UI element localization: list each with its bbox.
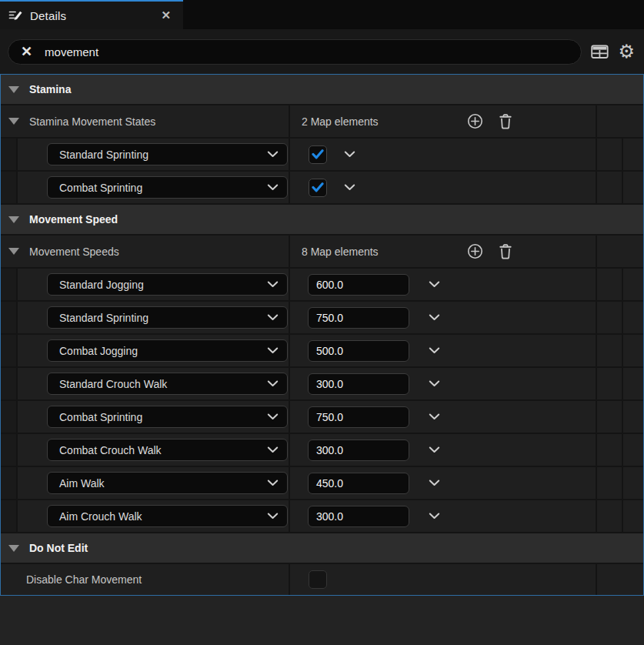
row-extension-cell [596,368,643,399]
expander-arrow-icon[interactable] [8,86,19,93]
search-value[interactable]: movement [45,45,98,58]
expander-arrow-icon[interactable] [8,545,19,552]
row-extension-cell [596,105,643,137]
number-input[interactable]: 300.0 [308,373,409,395]
expander-arrow-icon[interactable] [8,118,19,125]
indent-rail [1,401,18,433]
entry-key-cell: Standard Sprinting [18,302,289,333]
category-header-movement-speed[interactable]: Movement Speed [1,205,643,236]
category-header-stamina[interactable]: Stamina [1,75,643,105]
map-actions [467,243,512,259]
indent-rail [1,368,18,399]
property-name-cell: Movement Speeds [1,236,289,267]
expand-value-chevron-icon[interactable] [429,446,440,453]
property-label: Disable Char Movement [26,573,142,586]
map-entry-row: Combat Sprinting750.0 [1,401,643,434]
row-extension-cell [596,434,643,466]
entry-value-cell: 300.0 [289,500,596,532]
expander-arrow-icon[interactable] [8,216,19,223]
expand-value-chevron-icon[interactable] [429,281,440,288]
category-label: Movement Speed [29,213,118,226]
expand-value-chevron-icon[interactable] [429,480,440,486]
settings-gear-icon[interactable]: ⚙ [618,42,635,61]
number-value: 750.0 [316,411,343,423]
property-value-cell [289,564,596,595]
row-extension-cell [596,564,643,595]
entry-value-cell: 600.0 [289,269,596,300]
indent-rail [1,434,18,466]
property-name-cell: Disable Char Movement [1,564,289,595]
category-label: Do Not Edit [29,542,88,554]
enum-dropdown-value: Standard Jogging [59,279,144,291]
expand-value-chevron-icon[interactable] [344,151,355,158]
enum-dropdown[interactable]: Standard Jogging [47,273,288,296]
row-extension-cell [596,236,643,267]
map-actions [467,113,512,129]
number-input[interactable]: 750.0 [308,307,409,329]
search-input[interactable]: ✕ movement [8,39,582,65]
delete-elements-icon[interactable] [499,244,512,259]
map-entry-row: Combat Crouch Walk300.0 [1,434,643,467]
property-label: Movement Speeds [29,246,119,258]
entry-value-cell [289,172,596,203]
number-input[interactable]: 450.0 [308,473,409,494]
map-elements-count: 2 Map elements [302,115,379,128]
indent-rail [1,302,18,333]
row-extension-cell [596,302,643,333]
expand-value-chevron-icon[interactable] [429,314,440,321]
number-input[interactable]: 600.0 [308,274,409,296]
number-value: 300.0 [316,378,343,390]
entry-key-cell: Aim Walk [18,467,289,499]
enum-dropdown[interactable]: Aim Crouch Walk [47,505,288,527]
property-row-movement-speeds: Movement Speeds8 Map elements [1,236,643,269]
add-element-icon[interactable] [467,243,483,259]
entry-value-cell: 500.0 [289,335,596,366]
expand-value-chevron-icon[interactable] [429,513,440,520]
checkbox-checked[interactable] [309,145,327,164]
enum-dropdown-value: Combat Jogging [59,345,138,357]
checkbox-unchecked[interactable] [309,570,327,589]
view-options-icon[interactable] [591,45,609,59]
delete-elements-icon[interactable] [499,114,512,129]
number-input[interactable]: 300.0 [308,506,409,527]
enum-dropdown[interactable]: Standard Crouch Walk [47,373,288,395]
category-label: Stamina [29,83,71,95]
enum-dropdown[interactable]: Combat Sprinting [47,176,288,199]
indent-rail [1,269,18,300]
enum-dropdown[interactable]: Combat Sprinting [47,406,288,428]
checkbox-checked[interactable] [309,179,327,197]
number-value: 500.0 [316,345,343,357]
entry-key-cell: Combat Sprinting [18,172,289,203]
entry-value-cell: 450.0 [289,467,596,499]
enum-dropdown[interactable]: Standard Sprinting [47,306,288,329]
enum-dropdown[interactable]: Standard Sprinting [47,143,288,165]
map-entry-row: Standard Jogging600.0 [1,269,643,302]
tab-close-icon[interactable]: ✕ [158,8,174,22]
chevron-down-icon [267,281,279,288]
expand-value-chevron-icon[interactable] [429,413,440,420]
enum-dropdown[interactable]: Combat Crouch Walk [47,439,288,461]
expand-value-chevron-icon[interactable] [429,347,440,354]
row-extension-cell [596,335,643,366]
number-input[interactable]: 500.0 [308,340,409,362]
enum-dropdown[interactable]: Combat Jogging [47,339,288,362]
expand-value-chevron-icon[interactable] [344,184,355,191]
clear-search-icon[interactable]: ✕ [21,45,32,58]
category-header-do-not-edit[interactable]: Do Not Edit [1,533,643,564]
row-extension-cell [596,172,643,203]
entry-value-cell: 300.0 [289,434,596,466]
expand-value-chevron-icon[interactable] [429,380,440,387]
map-entry-row: Standard Crouch Walk300.0 [1,368,643,401]
add-element-icon[interactable] [467,113,483,129]
tab-details[interactable]: Details ✕ [0,0,183,29]
enum-dropdown-value: Combat Sprinting [59,182,142,194]
expander-arrow-icon[interactable] [8,248,19,255]
chevron-down-icon [267,480,279,486]
chevron-down-icon [267,151,279,158]
enum-dropdown[interactable]: Aim Walk [47,472,288,494]
entry-key-cell: Combat Crouch Walk [18,434,289,466]
number-input[interactable]: 300.0 [308,439,409,461]
number-input[interactable]: 750.0 [308,406,409,428]
map-entry-row: Standard Sprinting750.0 [1,302,643,335]
indent-rail [1,139,18,170]
